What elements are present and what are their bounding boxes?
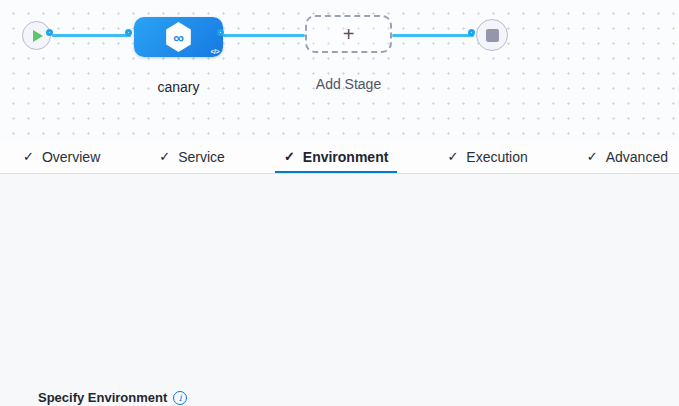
stage-out-port (217, 29, 224, 36)
check-icon: ✓ (447, 149, 458, 164)
stage-node-canary[interactable]: ∞ </> (134, 17, 223, 57)
edge-start-to-stage (52, 34, 131, 37)
specify-environment-row: Specify Environment i (38, 390, 187, 405)
tab-environment[interactable]: ✓ Environment (275, 140, 397, 173)
check-icon: ✓ (587, 149, 598, 164)
check-icon: ✓ (159, 149, 170, 164)
pipeline-end-node (476, 19, 508, 51)
tab-execution[interactable]: ✓ Execution (438, 140, 536, 173)
stop-icon (486, 29, 499, 42)
check-icon: ✓ (23, 149, 34, 164)
add-stage-button[interactable]: + (305, 15, 392, 53)
edge-addstage-to-end (392, 34, 474, 37)
info-icon[interactable]: i (173, 391, 187, 405)
tab-advanced[interactable]: ✓ Advanced (578, 140, 677, 173)
harness-cd-icon: ∞ (165, 22, 193, 52)
start-out-port (46, 29, 53, 36)
code-icon: </> (210, 48, 219, 55)
stage-in-port (125, 29, 132, 36)
pipeline-start-node (22, 21, 51, 50)
play-icon (33, 30, 43, 42)
edge-stage-to-addstage (223, 34, 305, 37)
plus-icon: + (343, 23, 355, 46)
specify-environment-label: Specify Environment (38, 390, 167, 405)
check-icon: ✓ (284, 149, 295, 164)
pipeline-canvas: ∞ </> canary + Add Stage (0, 0, 679, 140)
pipeline-stage-screen: ∞ </> canary + Add Stage ✓ Overview ✓ Se… (0, 0, 679, 406)
environment-tab-panel: Specify Environment i Σˣ ❮ Back Continue… (0, 175, 679, 406)
stage-name-label: canary (134, 79, 223, 95)
end-in-port (468, 29, 475, 36)
stage-tabs: ✓ Overview ✓ Service ✓ Environment ✓ Exe… (0, 140, 679, 174)
add-stage-label: Add Stage (300, 76, 397, 92)
tab-overview[interactable]: ✓ Overview (14, 140, 109, 173)
tab-service[interactable]: ✓ Service (150, 140, 234, 173)
